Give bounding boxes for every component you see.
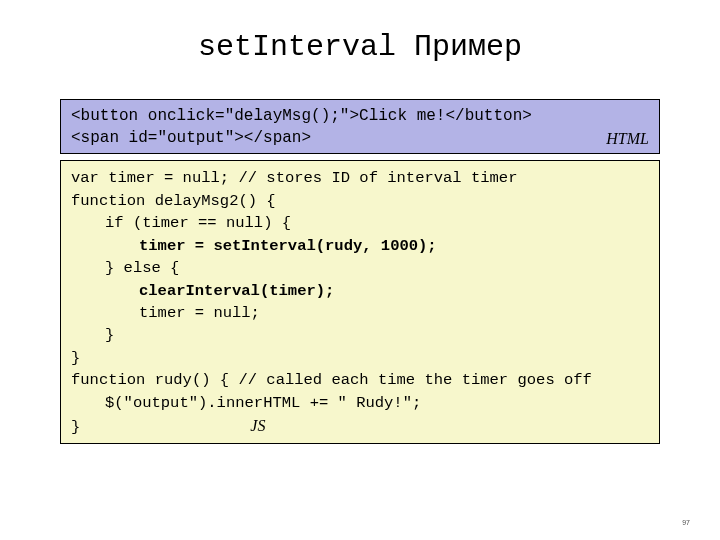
js-code-line: }	[71, 347, 649, 369]
html-code-line: <button onclick="delayMsg();">Click me!<…	[71, 106, 649, 128]
js-code-line: function delayMsg2() {	[71, 190, 649, 212]
js-code-line: $("output").innerHTML += " Rudy!";	[71, 392, 649, 414]
js-code-line: }	[71, 324, 649, 346]
js-code-line: timer = setInterval(rudy, 1000);	[71, 235, 649, 257]
js-code-line: timer = null;	[71, 302, 649, 324]
js-code-line: }	[71, 418, 80, 436]
js-code-line: function rudy() { // called each time th…	[71, 369, 649, 391]
js-code-line: clearInterval(timer);	[71, 280, 649, 302]
js-code-line: if (timer == null) {	[71, 212, 649, 234]
js-code-line: } else {	[71, 257, 649, 279]
slide-container: setInterval Пример <button onclick="dela…	[0, 0, 720, 464]
slide-title: setInterval Пример	[60, 30, 660, 64]
html-badge: HTML	[606, 128, 649, 150]
js-code-line: var timer = null; // stores ID of interv…	[71, 167, 649, 189]
js-badge: JS	[250, 414, 265, 437]
html-code-line: <span id="output"></span>	[71, 128, 649, 150]
page-number: 97	[682, 519, 690, 526]
js-code-box: var timer = null; // stores ID of interv…	[60, 160, 660, 444]
html-code-box: <button onclick="delayMsg();">Click me!<…	[60, 99, 660, 154]
